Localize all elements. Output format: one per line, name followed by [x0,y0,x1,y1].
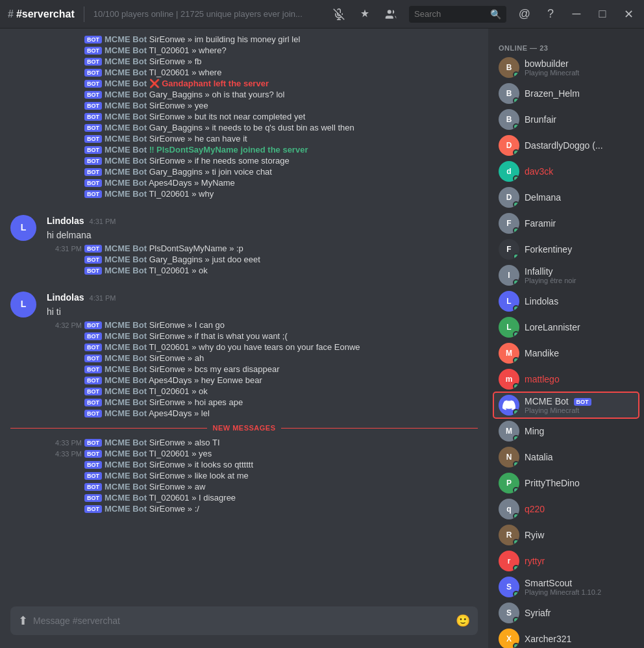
bot-badge: BOT [84,256,102,264]
new-messages-divider: NEW MESSAGES [10,424,478,432]
user-info: Brunfair [525,114,556,125]
user-item[interactable]: MMandike [493,340,639,366]
bot-badge: BOT [84,483,102,491]
at-icon[interactable]: @ [517,6,532,22]
bot-name: MCME Bot [105,471,147,480]
user-item[interactable]: BbowbuilderPlaying Minecraft [493,55,639,81]
bot-badge: BOT [84,124,102,132]
bot-text: SirEonwe » it looks so qtttttt [149,460,253,469]
user-item[interactable]: FFaramir [493,210,639,236]
bot-text: SirEonwe » aw [149,482,206,492]
user-name: MCME Bot BOT [525,396,591,406]
bot-name: MCME Bot [105,243,147,253]
message-author[interactable]: Lindolas [47,292,84,305]
user-item[interactable]: rryttyr [493,548,639,574]
bot-name: MCME Bot [105,45,147,55]
status-dot [513,97,519,104]
bot-message-row: BOTMCME Bot SirEonwe » fb [0,56,488,67]
leave-message: ❌ Gandaphant left the server [149,79,269,88]
user-name: Syriafr [525,608,551,618]
bot-badge: BOT [84,439,102,447]
bot-message-row: BOTMCME Bot TI_020601 » ok [0,265,488,276]
bot-message-row: BOTMCME Bot Apes4Days » MyName [0,177,488,188]
user-item[interactable]: MCME Bot BOTPlaying Minecraft [493,392,639,418]
user-item[interactable]: DDastardlyDoggo (... [493,132,639,158]
user-name: bowbuilder [525,58,579,69]
user-avatar: F [499,213,519,234]
close-button[interactable]: ✕ [621,6,636,22]
bot-message-content: MCME Bot Apes4Days » lel [105,408,210,418]
user-item[interactable]: MMing [493,418,639,444]
bot-text: Gary_Baggins » it needs to be q's dust b… [149,123,354,132]
user-item[interactable]: LLoreLannister [493,314,639,340]
bot-text: SirEonwe » ah [149,353,204,363]
user-item[interactable]: NNatalia [493,444,639,470]
bot-name: MCME Bot [105,79,147,88]
bot-text: TI_020601 » ok [149,386,207,396]
bot-name: MCME Bot [105,482,147,492]
bot-message-row: BOTMCME Bot SirEonwe » aw [0,481,488,492]
user-item[interactable]: qq220 [493,496,639,522]
user-item[interactable]: BBrazen_Helm [493,81,639,106]
bot-badge: BOT [84,245,102,253]
user-info: Brazen_Helm [525,88,580,99]
user-item[interactable]: PPrittyTheDino [493,470,639,496]
bot-text: TI_020601 » where? [149,45,226,55]
bot-name: MCME Bot [105,90,147,99]
message-input[interactable] [33,616,451,626]
user-item[interactable]: FForkentiney [493,236,639,262]
emoji-icon[interactable]: 🙂 [456,614,470,628]
search-box[interactable]: 🔍 [409,6,506,23]
pin-icon[interactable] [357,6,373,22]
divider-line-right [281,428,478,429]
message-header: Lindolas 4:31 PM [47,292,478,305]
user-item[interactable]: SSyriafr [493,600,639,626]
mute-icon[interactable] [331,6,347,22]
user-info: dav3ck [525,166,553,177]
user-item[interactable]: mmattlego [493,366,639,392]
user-item[interactable]: BBrunfair [493,106,639,132]
status-dot [513,435,519,442]
bot-name: MCME Bot [105,101,147,110]
search-input[interactable] [414,9,486,19]
user-avatar: r [499,551,519,571]
user-item[interactable]: RRyiw [493,522,639,548]
user-avatar: F [499,239,519,260]
bot-badge: BOT [84,450,102,458]
bot-badge: BOT [84,461,102,469]
bot-name: MCME Bot [105,386,147,396]
status-dot [513,227,519,234]
message-input-box[interactable]: ⬆ 🙂 [10,606,478,635]
avatar: L [10,292,36,318]
user-item[interactable]: IInfallityPlaying être noir [493,262,639,288]
user-avatar: m [499,369,519,390]
message-input-area: ⬆ 🙂 [0,601,488,648]
upload-icon[interactable]: ⬆ [18,614,28,628]
bot-message-row: BOTMCME Bot SirEonwe » like look at me [0,470,488,481]
status-dot [513,149,519,156]
message-author[interactable]: Lindolas [47,215,84,228]
user-item[interactable]: SSmartScoutPlaying Minecraft 1.10.2 [493,574,639,600]
user-item[interactable]: DDelmana [493,184,639,210]
minimize-button[interactable]: ─ [569,6,584,22]
bot-badge: BOT [84,113,102,121]
bot-message-row: BOTMCME Bot SirEonwe » if he needs some … [0,155,488,166]
user-item[interactable]: LLindolas [493,288,639,314]
maximize-button[interactable]: □ [595,6,610,22]
user-avatar: d [499,161,519,182]
status-dot [513,123,519,130]
bot-text: SirEonwe » if that is what you want ;( [149,331,288,341]
user-info: LoreLannister [525,322,580,332]
help-icon[interactable]: ? [543,6,558,22]
bot-badge: BOT [84,47,102,55]
bot-message-content: MCME Bot TI_020601 » where? [105,45,227,55]
bot-badge: BOT [84,472,102,480]
user-item[interactable]: ddav3ck [493,158,639,184]
user-item[interactable]: XXarcher321 [493,626,639,648]
bot-text: SirEonwe » also TI [149,438,220,447]
bot-message-row: BOTMCME Bot SirEonwe » yee [0,100,488,111]
bot-text: TI_020601 » yes [149,449,212,458]
messages-list[interactable]: BOTMCME Bot SirEonwe » im building his m… [0,29,488,601]
members-icon[interactable] [383,6,399,22]
user-name: Delmana [525,192,561,203]
